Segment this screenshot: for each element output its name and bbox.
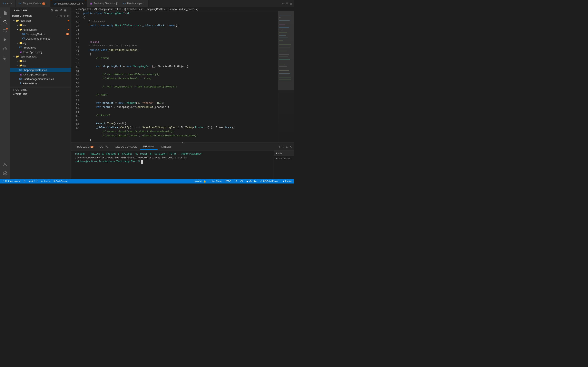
tree-readme-label: README.md xyxy=(22,82,71,85)
status-git-branch[interactable]: ⎇ MohamLewand xyxy=(0,179,22,184)
status-msbuild[interactable]: ⚙ MSBuild Project xyxy=(259,179,281,184)
layout-icon[interactable]: ⊞ xyxy=(290,2,292,5)
activity-files[interactable] xyxy=(1,9,9,17)
tree-testinappTestProj[interactable]: ▣ TestinApp.Test.csproj xyxy=(10,72,71,77)
breadcrumb-file[interactable]: ShoppingCartTest.cs xyxy=(98,8,121,11)
status-tests[interactable]: ⊘ 0 tests xyxy=(39,179,52,184)
breadcrumb-testinapp[interactable]: TestinApp.Test xyxy=(75,8,91,11)
status-language[interactable]: C# xyxy=(239,179,245,184)
status-codestream[interactable]: $ CodeStream xyxy=(52,179,70,184)
tree-obj2[interactable]: ▸ 📁 obj xyxy=(10,63,71,68)
new-file-icon[interactable]: 🗋 xyxy=(51,9,53,12)
tree-testinproj[interactable]: ▣ TestinApp.csproj xyxy=(10,50,71,54)
tab-usermgmt[interactable]: C# UserManagem... xyxy=(120,0,149,7)
activity-run[interactable] xyxy=(1,36,9,44)
status-golive[interactable]: ◉ Go Live xyxy=(245,179,259,184)
workspace-collapse[interactable]: ⊟ xyxy=(67,15,69,17)
status-prettier[interactable]: ✦ Prettier xyxy=(281,179,294,184)
workspace-refresh[interactable]: ↺ xyxy=(63,15,66,17)
workspace-new-folder[interactable]: 🗁 xyxy=(60,15,62,17)
tab-shoppingcart[interactable]: C# ShoppingCart.cs 2 · xyxy=(16,0,51,7)
tree-functionality[interactable]: ▾ 📁 Functionality xyxy=(10,27,71,32)
timeline-section[interactable]: ▸ TIMELINE xyxy=(10,92,71,96)
status-encoding[interactable]: UTF-8 xyxy=(223,179,233,184)
tree-bin2[interactable]: ▸ 📁 bin xyxy=(10,59,71,63)
sidebar: EXPLORER 🗋 🗁 ↺ ⊟ MOHAMLEWAND 🗋 🗁 ↺ ⊟ xyxy=(10,7,71,179)
code-line-ref-hint: 6 references xyxy=(83,20,278,24)
proj-icon: ▣ xyxy=(90,2,92,5)
breadcrumb-namespace[interactable]: {} TestinApp.Test xyxy=(124,8,143,11)
activity-test[interactable] xyxy=(1,54,9,63)
tree-shoppingcart[interactable]: C# ShoppingCart.cs 2 xyxy=(10,32,71,36)
git-branch-icon: ⎇ xyxy=(2,180,4,183)
split-editor-icon[interactable]: ⧉ xyxy=(286,2,288,5)
tree-obj1-label: obj xyxy=(22,42,71,45)
tree-testinapp[interactable]: ▾ 📁 TestinApp xyxy=(10,18,71,23)
status-lf[interactable]: LF xyxy=(233,179,239,184)
panel-chevron-up[interactable]: ∧ xyxy=(286,145,288,149)
svg-point-3 xyxy=(6,32,7,33)
code-line-37: public class ShoppingCartTest xyxy=(83,11,278,16)
tab-shoppingcarttest-close[interactable]: ✕ xyxy=(81,2,84,5)
activity-source-control[interactable] xyxy=(1,27,9,35)
tab-nt[interactable]: C# nt.cs xyxy=(0,0,16,7)
tab-testinproj[interactable]: ▣ TestinApp.Test.csproj xyxy=(87,0,120,7)
activity-search[interactable] xyxy=(1,18,9,26)
tree-shoppingcarttest[interactable]: C# ShoppingCartTest.cs xyxy=(10,68,71,72)
status-liveshare[interactable]: ⟨ Live Share xyxy=(208,179,223,184)
tab-nt-label: nt.cs xyxy=(7,2,12,5)
code-line-38: { xyxy=(83,16,278,20)
outline-section[interactable]: ▸ OUTLINE xyxy=(10,87,71,92)
panel-close[interactable]: ✕ xyxy=(290,145,292,149)
shoppingcart-badge: 2 xyxy=(66,33,69,35)
terminal-content[interactable]: Passed! - Failed: 0, Passed: 5, Skipped:… xyxy=(71,150,274,179)
tab-problems[interactable]: PROBLEMS 2 xyxy=(73,144,96,150)
activity-accounts[interactable] xyxy=(1,160,9,168)
liveshare-label: ⟨ Live Share xyxy=(209,180,222,183)
status-sync[interactable]: ↻ xyxy=(22,179,27,184)
activity-bar xyxy=(0,7,10,179)
status-errors[interactable]: ⊗ 0 ⚠ 2 xyxy=(27,179,39,184)
split-terminal-icon[interactable]: ⊞ xyxy=(282,145,284,149)
breadcrumb-class[interactable]: ShoppingCartTest xyxy=(146,8,165,11)
tree-usermgmt[interactable]: C# UserManagement.cs xyxy=(10,36,71,41)
tab-shoppingcarttest[interactable]: C# ShoppingCartTest.cs ✕ xyxy=(51,0,87,7)
refresh-icon[interactable]: ↺ xyxy=(60,9,62,12)
minimap-slider[interactable] xyxy=(278,11,294,90)
prettier-label: Prettier xyxy=(285,180,292,183)
tab-gitlens[interactable]: GITLENS xyxy=(159,144,174,150)
new-terminal-icon[interactable]: ⊕ xyxy=(277,145,280,149)
gitlens-label: GITLENS xyxy=(161,145,172,148)
code-line-41 xyxy=(83,32,278,36)
terminal-tab-zsh2[interactable]: ▶ zsh TestinA... xyxy=(274,156,294,161)
activity-settings[interactable] xyxy=(1,169,9,177)
tab-output[interactable]: OUTPUT xyxy=(97,144,112,150)
tab-debug-console[interactable]: DEBUG CONSOLE xyxy=(113,144,139,150)
tree-usermgmttest[interactable]: C# UserManagementTestin.cs xyxy=(10,77,71,81)
terminal-tab-zsh[interactable]: ▶ zsh xyxy=(274,150,294,156)
proj-icon-testinappTestProj: ▣ xyxy=(19,73,22,76)
more-icon[interactable]: ⋯ xyxy=(282,2,285,5)
breadcrumb-method[interactable]: RemoveProduct_Success() xyxy=(168,8,198,11)
activity-extensions[interactable] xyxy=(1,45,9,53)
tree-obj1[interactable]: ▸ 📁 obj xyxy=(10,41,71,45)
code-line-52: // var shoppingCart = new ShoppingCart(d… xyxy=(83,85,278,89)
code-editor[interactable]: 37 38 39 40 41 42 43 44 45 46 47 xyxy=(71,11,278,142)
tree-program[interactable]: C# Program.cs xyxy=(10,45,71,50)
collapse-icon[interactable]: ⊟ xyxy=(64,9,67,12)
tab-shoppingcart-close[interactable]: · xyxy=(47,2,47,5)
code-content[interactable]: public class ShoppingCartTest { 6 refere… xyxy=(81,11,278,142)
workspace-new-file[interactable]: 🗋 xyxy=(55,15,58,17)
status-nosirbek[interactable]: Nosirbek 🔒 xyxy=(192,179,208,184)
code-line-fact-hint xyxy=(83,36,278,40)
tab-terminal[interactable]: TERMINAL xyxy=(140,144,158,150)
codestream-icon: $ xyxy=(53,180,55,183)
tree-testinapptest[interactable]: ▾ 📁 TestinApp.Test xyxy=(10,54,71,59)
breadcrumb-sep1: › xyxy=(92,8,93,11)
code-line-51 xyxy=(83,81,278,85)
warning-icon: ⚠ xyxy=(34,180,35,183)
tree-readme[interactable]: ℹ README.md xyxy=(10,81,71,86)
tree-testinapptest-label: TestinApp.Test xyxy=(19,55,71,58)
new-folder-icon[interactable]: 🗁 xyxy=(55,9,58,12)
tree-bin1[interactable]: ▸ 📁 bin xyxy=(10,23,71,27)
